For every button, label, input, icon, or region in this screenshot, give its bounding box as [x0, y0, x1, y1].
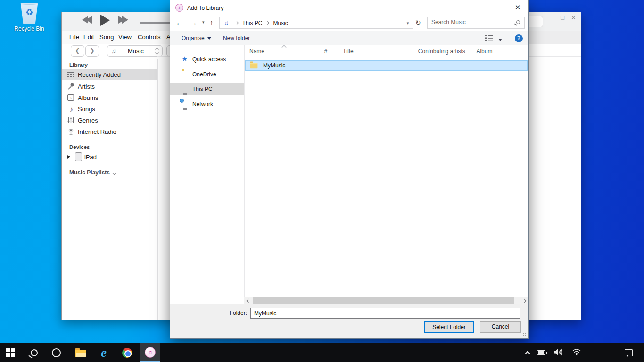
file-name: MyMusic	[263, 62, 285, 69]
menu-edit[interactable]: Edit	[83, 33, 94, 41]
sidebar-item-internet-radio[interactable]: Internet Radio	[62, 126, 157, 137]
dialog-sidebar: ★ Quick access OneDrive This PC Network	[170, 45, 244, 304]
taskbar-search-button[interactable]	[24, 343, 44, 362]
this-pc-icon	[182, 85, 182, 92]
itunes-back-button[interactable]: ❮	[71, 45, 84, 57]
sidebar-item-this-pc[interactable]: This PC	[170, 83, 244, 95]
organise-button[interactable]: Organise	[182, 35, 211, 41]
taskbar: e ♫	[0, 343, 644, 362]
recycle-bin[interactable]: ♻ Recycle Bin	[8, 3, 50, 32]
internet-explorer-button[interactable]: e	[93, 343, 114, 362]
chrome-button[interactable]	[116, 343, 137, 362]
dialog-close-button[interactable]: ✕	[512, 3, 523, 12]
column-name[interactable]: Name	[245, 45, 319, 58]
new-folder-button[interactable]: New folder	[223, 35, 250, 41]
network-icon	[182, 100, 182, 107]
cortana-button[interactable]	[46, 343, 66, 362]
file-row-mymusic[interactable]: MyMusic	[245, 60, 528, 71]
itunes-taskbar-button[interactable]: ♫	[140, 343, 160, 362]
menu-controls[interactable]: Controls	[138, 33, 160, 41]
dialog-nav-bar: ← → ▾ ↑ ♫ This PC Music ▾ ↻	[170, 15, 528, 31]
menu-view[interactable]: View	[118, 33, 132, 41]
address-bar[interactable]: ♫ This PC Music ▾	[219, 17, 413, 29]
windows-logo-icon	[6, 348, 15, 357]
sidebar-item-albums[interactable]: ♪ Albums	[62, 92, 157, 103]
folder-icon	[250, 63, 258, 68]
itunes-close-button[interactable]: ✕	[571, 14, 576, 21]
rewind-button[interactable]	[82, 16, 92, 24]
ipad-icon	[75, 152, 82, 161]
folder-field-label: Folder:	[170, 310, 247, 316]
address-dropdown-chevron-icon[interactable]: ▾	[403, 21, 413, 25]
select-folder-button[interactable]: Select Folder	[424, 321, 474, 333]
sidebar-item-songs[interactable]: ♪ Songs	[62, 103, 157, 115]
cancel-button[interactable]: Cancel	[480, 321, 521, 333]
resize-grip[interactable]	[523, 333, 527, 337]
itunes-maximize-button[interactable]: □	[561, 14, 564, 21]
start-button[interactable]	[0, 343, 21, 362]
microphone-icon	[67, 83, 75, 90]
svg-text:♪: ♪	[70, 96, 72, 100]
sidebar-item-genres[interactable]: Genres	[62, 115, 157, 126]
antenna-icon	[67, 128, 75, 135]
sidebar-item-artists[interactable]: Artists	[62, 81, 157, 92]
note-icon: ♪	[67, 105, 75, 113]
internet-explorer-icon: e	[101, 347, 107, 358]
media-kind-selector[interactable]: ♫ Music	[107, 45, 163, 57]
cortana-icon	[52, 348, 61, 357]
column-title[interactable]: Title	[338, 45, 413, 58]
breadcrumb-chevron-icon	[266, 21, 269, 25]
column-album[interactable]: Album	[471, 45, 528, 58]
dialog-command-bar: Organise New folder ?	[170, 31, 528, 45]
file-list: Name # Title Contributing artists Album …	[244, 45, 528, 304]
dialog-title-bar[interactable]: ♪ Add To Library ✕	[170, 0, 528, 15]
fast-forward-button[interactable]	[118, 16, 128, 24]
view-dropdown-triangle-icon	[498, 39, 502, 43]
itunes-forward-button[interactable]: ❯	[85, 45, 99, 57]
search-input[interactable]	[431, 19, 509, 25]
menu-song[interactable]: Song	[99, 33, 114, 41]
action-center-button[interactable]	[625, 343, 633, 362]
devices-header: Devices	[69, 144, 90, 150]
scrollbar-thumb[interactable]	[253, 297, 514, 304]
up-arrow-icon[interactable]: ↑	[210, 18, 214, 26]
volume-icon[interactable]	[554, 348, 563, 357]
recycle-bin-label: Recycle Bin	[8, 25, 50, 32]
disclosure-triangle-icon[interactable]	[67, 155, 72, 159]
change-view-button[interactable]	[485, 35, 493, 43]
sidebar-item-onedrive[interactable]: OneDrive	[170, 69, 244, 80]
folder-name-input[interactable]	[250, 308, 520, 319]
hidden-icons-chevron[interactable]	[525, 351, 530, 356]
sidebar-item-network[interactable]: Network	[170, 99, 244, 110]
sidebar-item-recently-added[interactable]: Recently Added	[62, 69, 157, 80]
breadcrumb-this-pc[interactable]: This PC	[242, 20, 263, 26]
itunes-icon: ♫	[145, 347, 156, 358]
help-button[interactable]: ?	[515, 34, 523, 42]
action-center-icon	[625, 349, 633, 356]
sidebar-item-quick-access[interactable]: ★ Quick access	[170, 54, 244, 65]
column-contributing-artists[interactable]: Contributing artists	[413, 45, 472, 58]
album-icon: ♪	[67, 94, 75, 101]
wifi-icon[interactable]	[572, 348, 581, 357]
refresh-icon[interactable]: ↻	[415, 19, 421, 26]
itunes-sidebar: Library Recently Added Artists ♪ Albums	[62, 59, 157, 320]
music-playlists-header[interactable]: Music Playlists	[69, 169, 116, 176]
forward-arrow-icon[interactable]: →	[190, 18, 197, 26]
itunes-app-icon: ♪	[175, 4, 183, 12]
breadcrumb-chevron-icon	[235, 21, 239, 25]
dropdown-triangle-icon	[207, 37, 211, 41]
play-button[interactable]	[100, 15, 110, 26]
search-box[interactable]	[427, 17, 525, 29]
system-tray	[525, 343, 581, 362]
details-view-icon	[485, 35, 493, 41]
battery-icon[interactable]	[537, 350, 545, 355]
sidebar-item-ipad[interactable]: iPad	[62, 151, 157, 163]
add-to-library-dialog: ♪ Add To Library ✕ ← → ▾ ↑ ♫ This PC Mus…	[170, 0, 529, 339]
itunes-minimize-button[interactable]: –	[551, 14, 554, 21]
back-arrow-icon[interactable]: ←	[176, 18, 183, 26]
breadcrumb-music[interactable]: Music	[273, 20, 288, 26]
column-number[interactable]: #	[319, 45, 338, 58]
recent-locations-chevron-icon[interactable]: ▾	[202, 20, 205, 25]
menu-file[interactable]: File	[69, 33, 79, 41]
file-explorer-button[interactable]	[70, 343, 91, 362]
